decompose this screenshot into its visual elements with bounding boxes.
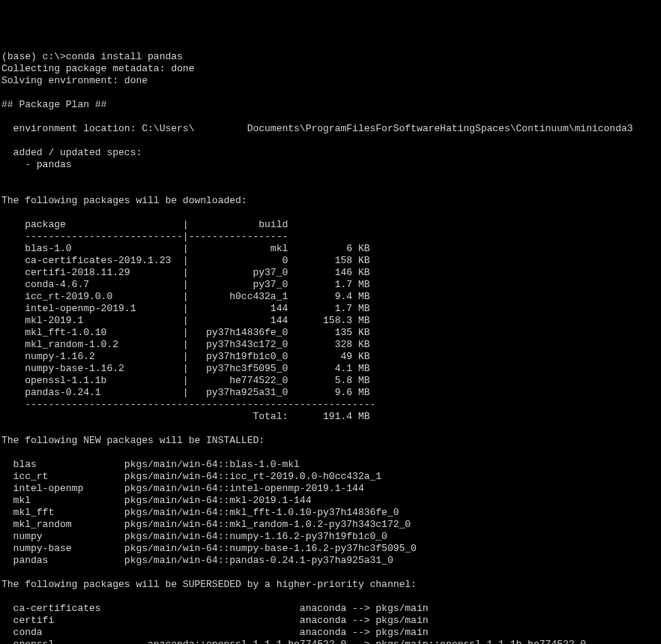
blank-line: [1, 111, 660, 123]
install-row: mkl_fft pkgs/main/win-64::mkl_fft-1.0.10…: [1, 507, 660, 519]
blank-line: [1, 183, 660, 195]
plan-header: ## Package Plan ##: [1, 99, 660, 111]
table-divider: ----------------------------------------…: [1, 399, 660, 411]
supersede-row: ca-certificates anaconda --> pkgs/main: [1, 603, 660, 615]
install-header: The following NEW packages will be INSTA…: [1, 435, 660, 447]
table-header: package | build: [1, 219, 660, 231]
supersede-row: certifi anaconda --> pkgs/main: [1, 615, 660, 627]
blank-line: [1, 567, 660, 579]
download-row: mkl_random-1.0.2 | py37h343c172_0 328 KB: [1, 339, 660, 351]
collecting-line: Collecting package metadata: done: [1, 63, 660, 75]
solving-line: Solving environment: done: [1, 75, 660, 87]
blank-line: [1, 135, 660, 147]
download-row: ca-certificates-2019.1.23 | 0 158 KB: [1, 255, 660, 267]
blank-line: [1, 207, 660, 219]
supersede-header: The following packages will be SUPERSEDE…: [1, 579, 660, 591]
download-row: conda-4.6.7 | py37_0 1.7 MB: [1, 279, 660, 291]
download-row: numpy-base-1.16.2 | py37hc3f5095_0 4.1 M…: [1, 363, 660, 375]
specs-header: added / updated specs:: [1, 147, 660, 159]
download-row: blas-1.0 | mkl 6 KB: [1, 243, 660, 255]
blank-line: [1, 423, 660, 435]
terminal-output: (base) c:\>conda install pandasCollectin…: [1, 51, 660, 644]
download-row: pandas-0.24.1 | py37ha925a31_0 9.6 MB: [1, 387, 660, 399]
supersede-row: openssl anaconda::openssl-1.1.1-he774522…: [1, 639, 660, 644]
download-header: The following packages will be downloade…: [1, 195, 660, 207]
download-row: icc_rt-2019.0.0 | h0cc432a_1 9.4 MB: [1, 291, 660, 303]
blank-line: [1, 447, 660, 459]
environment-location: environment location: C:\Users\ Document…: [1, 123, 660, 135]
download-row: certifi-2018.11.29 | py37_0 146 KB: [1, 267, 660, 279]
download-row: openssl-1.1.1b | he774522_0 5.8 MB: [1, 375, 660, 387]
install-row: intel-openmp pkgs/main/win-64::intel-ope…: [1, 483, 660, 495]
download-row: intel-openmp-2019.1 | 144 1.7 MB: [1, 303, 660, 315]
download-row: numpy-1.16.2 | py37h19fb1c0_0 49 KB: [1, 351, 660, 363]
download-row: mkl-2019.1 | 144 158.3 MB: [1, 315, 660, 327]
blank-line: [1, 87, 660, 99]
supersede-row: conda anaconda --> pkgs/main: [1, 627, 660, 639]
install-row: mkl_random pkgs/main/win-64::mkl_random-…: [1, 519, 660, 531]
download-row: mkl_fft-1.0.10 | py37h14836fe_0 135 KB: [1, 327, 660, 339]
install-row: numpy pkgs/main/win-64::numpy-1.16.2-py3…: [1, 531, 660, 543]
install-row: mkl pkgs/main/win-64::mkl-2019.1-144: [1, 495, 660, 507]
install-row: blas pkgs/main/win-64::blas-1.0-mkl: [1, 459, 660, 471]
specs-item: - pandas: [1, 159, 660, 171]
install-row: pandas pkgs/main/win-64::pandas-0.24.1-p…: [1, 555, 660, 567]
install-row: icc_rt pkgs/main/win-64::icc_rt-2019.0.0…: [1, 471, 660, 483]
total-line: Total: 191.4 MB: [1, 411, 660, 423]
prompt-line[interactable]: (base) c:\>conda install pandas: [1, 51, 660, 63]
install-row: numpy-base pkgs/main/win-64::numpy-base-…: [1, 543, 660, 555]
blank-line: [1, 171, 660, 183]
table-divider: ---------------------------|------------…: [1, 231, 660, 243]
blank-line: [1, 591, 660, 603]
